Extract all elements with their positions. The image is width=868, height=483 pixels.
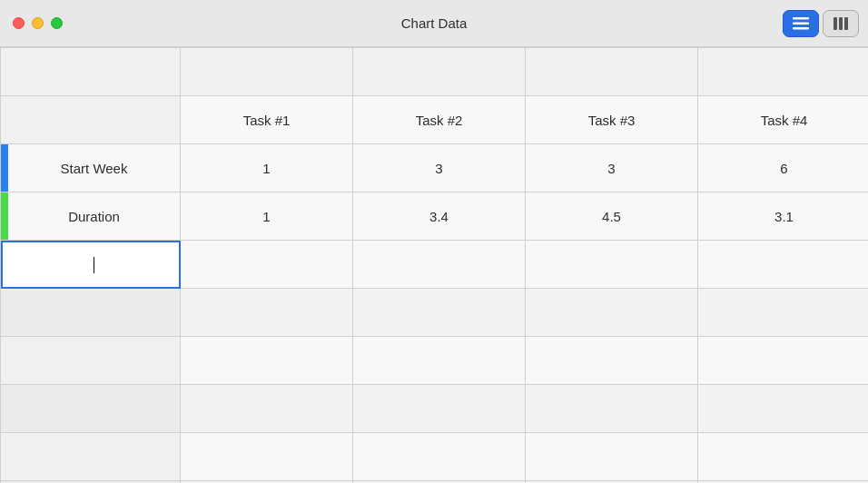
table-container: Task #1 Task #2 Task #3 Task #4 Start We…: [0, 47, 868, 483]
header-spacer-row: [1, 48, 869, 96]
duration-task3[interactable]: 4.5: [526, 192, 698, 241]
header-spacer-cell-0: [1, 48, 181, 96]
col-header-task2[interactable]: Task #2: [353, 96, 526, 144]
col-header-task3[interactable]: Task #3: [526, 96, 698, 144]
editing-cell[interactable]: [1, 241, 181, 289]
start-week-task1[interactable]: 1: [181, 144, 353, 192]
svg-rect-3: [833, 17, 837, 30]
header-spacer-cell-1: [181, 48, 353, 96]
close-button[interactable]: [13, 17, 25, 29]
empty-label-2[interactable]: [1, 337, 181, 385]
maximize-button[interactable]: [51, 17, 63, 29]
title-bar: Chart Data: [0, 0, 868, 47]
editing-row-task4[interactable]: [698, 241, 869, 289]
list-view-button[interactable]: [783, 10, 819, 37]
start-week-row: Start Week 1 3 3 6: [1, 144, 869, 192]
editing-row-task3[interactable]: [526, 241, 698, 289]
empty-row-4: [1, 433, 869, 481]
col-header-task1[interactable]: Task #1: [181, 96, 353, 144]
empty-row-2: [1, 337, 869, 385]
editing-row: [1, 241, 869, 289]
editing-row-task2[interactable]: [353, 241, 526, 289]
svg-rect-5: [844, 17, 848, 30]
duration-label: Duration: [8, 209, 180, 224]
empty-label-1[interactable]: [1, 289, 181, 337]
svg-rect-1: [793, 22, 809, 25]
col-header-label: [1, 96, 181, 144]
start-week-label-cell[interactable]: Start Week: [1, 144, 181, 192]
header-spacer-cell-4: [698, 48, 869, 96]
svg-rect-4: [839, 17, 843, 30]
empty-label-4[interactable]: [1, 433, 181, 481]
editing-swatch: [1, 241, 8, 288]
minimize-button[interactable]: [32, 17, 44, 29]
column-view-button[interactable]: [823, 10, 859, 37]
col-header-task4[interactable]: Task #4: [698, 96, 869, 144]
editing-cell-content: [8, 255, 180, 272]
traffic-lights: [13, 17, 63, 29]
start-week-color-swatch: [1, 144, 8, 192]
duration-row: Duration 1 3.4 4.5 3.1: [1, 192, 869, 241]
empty-row-3: [1, 385, 869, 433]
window-title: Chart Data: [401, 15, 468, 31]
start-week-task2[interactable]: 3: [353, 144, 526, 192]
svg-rect-2: [793, 27, 809, 30]
column-header-row: Task #1 Task #2 Task #3 Task #4: [1, 96, 869, 144]
start-week-task4[interactable]: 6: [698, 144, 869, 192]
editing-row-task1[interactable]: [181, 241, 353, 289]
toolbar-buttons: [783, 10, 859, 37]
duration-task2[interactable]: 3.4: [353, 192, 526, 241]
duration-task1[interactable]: 1: [181, 192, 353, 241]
empty-row-1: [1, 289, 869, 337]
duration-label-cell[interactable]: Duration: [1, 192, 181, 241]
duration-task4[interactable]: 3.1: [698, 192, 869, 241]
svg-rect-0: [793, 17, 809, 20]
header-spacer-cell-3: [526, 48, 698, 96]
empty-label-3[interactable]: [1, 385, 181, 433]
header-spacer-cell-2: [353, 48, 526, 96]
chart-data-table: Task #1 Task #2 Task #3 Task #4 Start We…: [0, 47, 868, 483]
start-week-task3[interactable]: 3: [526, 144, 698, 192]
start-week-label: Start Week: [8, 161, 180, 176]
duration-color-swatch: [1, 192, 8, 240]
